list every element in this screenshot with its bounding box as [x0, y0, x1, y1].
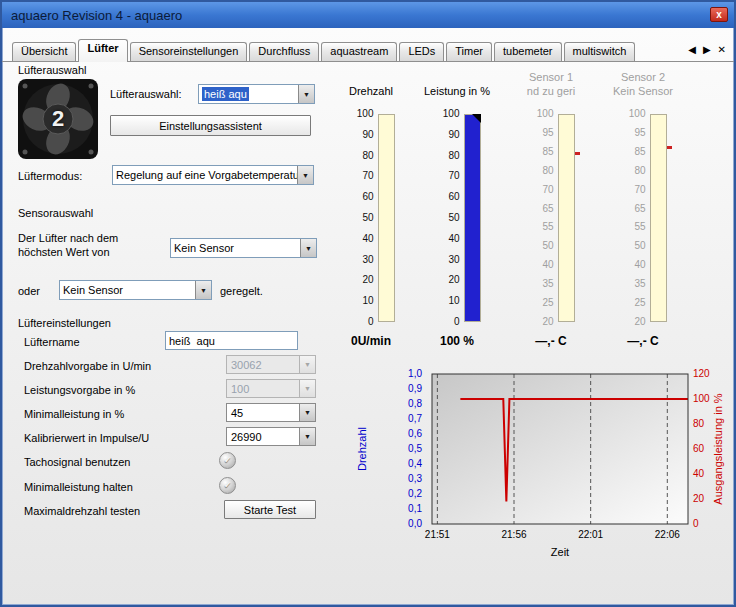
calibration-spinner[interactable]: 26990 ▼ [226, 427, 316, 446]
hold-min-power-toggle-button[interactable]: ✔ [219, 477, 236, 494]
dropdown-arrow-icon[interactable]: ▼ [298, 85, 314, 103]
sensor1-combobox[interactable]: Kein Sensor ▼ [170, 238, 317, 258]
gauge-tick-label: 100 [434, 110, 460, 118]
gauge-power: Leistung in %1009080706050403020100100 % [414, 70, 500, 348]
chart-left-tick-label: 0,0 [408, 518, 422, 529]
window-close-button[interactable]: x [710, 7, 728, 22]
dropdown-arrow-icon[interactable]: ▼ [300, 239, 316, 257]
min-power-spinner[interactable]: 45 ▼ [226, 403, 316, 422]
tab-durchfluss[interactable]: Durchfluss [249, 42, 319, 61]
gauge-tick-label: 35 [620, 280, 646, 288]
chart-left-tick-label: 0,1 [408, 503, 422, 514]
gauge-tick-label: 60 [348, 193, 374, 201]
gauge-tick-label: 20 [434, 276, 460, 284]
dropdown-arrow-icon[interactable]: ▼ [195, 281, 211, 299]
fan-image: 2 [18, 79, 98, 159]
gauge-header-line2: nd zu geri [527, 84, 575, 98]
gauge-tick-label: 55 [620, 223, 646, 231]
sensor2-combobox[interactable]: Kein Sensor ▼ [59, 280, 212, 300]
spinner-arrow-icon[interactable]: ▼ [299, 404, 315, 421]
fan-mode-label: Lüftermodus: [18, 170, 82, 182]
gauge-tick-label: 50 [434, 214, 460, 222]
gauge-tick-label: 70 [620, 186, 646, 194]
gauge-scale: 1009080706050403020100 [348, 110, 378, 326]
gauge-scale: 1009080706050403020100 [434, 110, 464, 326]
tab-übersicht[interactable]: Übersicht [12, 42, 76, 61]
dropdown-arrow-icon[interactable]: ▼ [297, 166, 313, 184]
tacho-toggle-button[interactable]: ✔ [219, 452, 236, 469]
gauge-header-line1 [369, 70, 372, 84]
gauge-tick-label: 30 [434, 256, 460, 264]
power-setpoint-label: Leistungsvorgabe in % [24, 384, 135, 396]
min-power-value: 45 [227, 404, 299, 421]
fan-name-label: Lüftername [24, 336, 80, 348]
chart-left-tick-label: 0,8 [408, 398, 422, 409]
gauge-tick-label: 30 [348, 256, 374, 264]
tab-sensoreinstellungen[interactable]: Sensoreinstellungen [130, 42, 248, 61]
power-setpoint-spinner: 100 ▼ [226, 379, 316, 398]
gauge-tick-label: 25 [528, 299, 554, 307]
gauge-tick-label: 0 [348, 318, 374, 326]
gauge-alarm-marker-icon [667, 146, 672, 149]
gauge-tick-label: 55 [528, 223, 554, 231]
section-fan-selection: Lüfterauswahl [18, 64, 87, 76]
min-power-label: Minimalleistung in % [24, 408, 124, 420]
gauge-tick-label: 20 [620, 318, 646, 326]
or-label: oder [18, 285, 40, 297]
settings-wizard-button[interactable]: Einstellungsassistent [110, 115, 311, 136]
gauge-sensor-1: Sensor 1nd zu geri1009585807065555040352… [508, 70, 594, 348]
fan-mode-value: Regelung auf eine Vorgabetemperatur [113, 166, 297, 184]
section-fan-settings: Lüftereinstellungen [18, 317, 111, 329]
chart-left-tick-label: 0,5 [408, 443, 422, 454]
tab-aquastream[interactable]: aquastream [321, 42, 397, 61]
spinner-arrow-icon: ▼ [299, 356, 315, 373]
gauge-tick-label: 10 [434, 297, 460, 305]
gauge-header-line2: Kein Sensor [613, 84, 673, 98]
tab-scroll-left-icon[interactable]: ◀ [688, 44, 696, 55]
chart-left-tick-label: 0,2 [408, 488, 422, 499]
start-test-button[interactable]: Starte Test [224, 500, 316, 519]
chart-x-tick-label: 21:51 [425, 529, 450, 540]
chart-right-tick-label: 100 [693, 393, 710, 404]
gauge-bar [464, 114, 481, 322]
tab-lüfter[interactable]: Lüfter [78, 39, 127, 62]
gauge-tick-label: 100 [620, 110, 646, 118]
tab-multiswitch[interactable]: multiswitch [564, 42, 636, 61]
tab-close-icon[interactable]: ✕ [718, 44, 726, 55]
chart-right-tick-label: 80 [693, 418, 705, 429]
gauge-bar [378, 114, 395, 322]
gauge-value: —,- C [627, 334, 658, 348]
gauge-tick-label: 90 [348, 131, 374, 139]
gauge-tick-label: 85 [528, 148, 554, 156]
gauge-pointer-icon [472, 114, 481, 123]
gauge-header-line1 [455, 70, 458, 84]
gauge-tick-label: 20 [528, 318, 554, 326]
gauge-header-line1: Sensor 2 [621, 70, 665, 84]
fan-name-input[interactable] [165, 331, 298, 350]
tab-tubemeter[interactable]: tubemeter [494, 42, 562, 61]
title-bar[interactable]: aquaero Revision 4 - aquaero x [2, 2, 734, 28]
chart-left-tick-label: 0,7 [408, 413, 422, 424]
hold-min-power-label: Minimalleistung halten [24, 481, 133, 493]
fan-mode-combobox[interactable]: Regelung auf eine Vorgabetemperatur ▼ [112, 165, 314, 185]
gauge-tick-label: 20 [348, 276, 374, 284]
gauge-header-line1: Sensor 1 [529, 70, 573, 84]
fan-select-value: heiß aqu [202, 87, 249, 101]
fan-select-combobox[interactable]: heiß aqu ▼ [198, 84, 315, 104]
gauge-tick-label: 70 [348, 172, 374, 180]
max-rpm-test-label: Maximaldrehzahl testen [24, 505, 140, 517]
gauge-sensor-2: Sensor 2Kein Sensor100958580706555504035… [600, 70, 686, 348]
gauge-tick-label: 40 [348, 235, 374, 243]
chart-plot-area [432, 374, 688, 524]
sensor-rule-label-line2: höchsten Wert von [18, 246, 110, 258]
spinner-arrow-icon[interactable]: ▼ [299, 428, 315, 445]
app-window: aquaero Revision 4 - aquaero x Übersicht… [0, 0, 736, 607]
gauge-tick-label: 100 [528, 110, 554, 118]
tab-timer[interactable]: Timer [446, 42, 492, 61]
chart-right-tick-label: 20 [693, 493, 705, 504]
chart-right-tick-label: 120 [693, 368, 710, 379]
tab-leds[interactable]: LEDs [399, 42, 444, 61]
tab-scroll-right-icon[interactable]: ▶ [703, 44, 711, 55]
sensor-rule-label-line1: Der Lüfter nach dem [18, 232, 118, 244]
gauge-bar [558, 114, 575, 322]
